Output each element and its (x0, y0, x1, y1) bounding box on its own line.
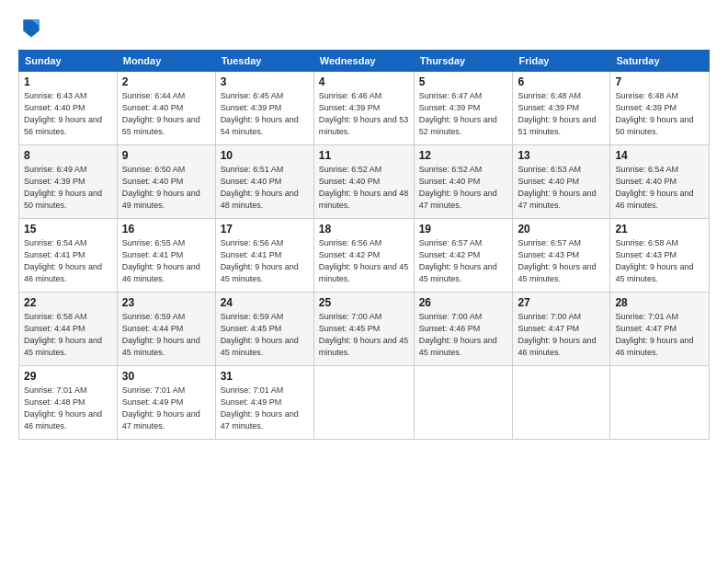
day-number: 17 (221, 223, 309, 236)
calendar-cell-4: 4Sunrise: 6:46 AMSunset: 4:39 PMDaylight… (313, 72, 414, 145)
calendar-cell-14: 14Sunrise: 6:54 AMSunset: 4:40 PMDayligh… (610, 145, 710, 219)
calendar-cell-9: 9Sunrise: 6:50 AMSunset: 4:40 PMDaylight… (117, 145, 215, 219)
day-info: Sunrise: 6:48 AMSunset: 4:39 PMDaylight:… (615, 90, 704, 138)
day-info: Sunrise: 6:48 AMSunset: 4:39 PMDaylight:… (518, 90, 605, 138)
day-number: 26 (419, 296, 508, 309)
calendar-cell-7: 7Sunrise: 6:48 AMSunset: 4:39 PMDaylight… (610, 72, 710, 145)
empty-cell (414, 366, 513, 440)
day-number: 11 (319, 149, 409, 162)
day-info: Sunrise: 6:45 AMSunset: 4:39 PMDaylight:… (221, 90, 309, 138)
calendar-header-row: SundayMondayTuesdayWednesdayThursdayFrid… (19, 51, 710, 72)
calendar-cell-8: 8Sunrise: 6:49 AMSunset: 4:39 PMDaylight… (19, 145, 118, 219)
day-info: Sunrise: 7:01 AMSunset: 4:49 PMDaylight:… (221, 385, 309, 432)
day-number: 24 (221, 296, 309, 309)
day-number: 31 (221, 370, 309, 383)
weekday-header-saturday: Saturday (610, 51, 710, 72)
empty-cell (313, 366, 414, 440)
day-info: Sunrise: 6:57 AMSunset: 4:42 PMDaylight:… (419, 237, 508, 285)
day-number: 10 (221, 149, 309, 162)
calendar-cell-13: 13Sunrise: 6:53 AMSunset: 4:40 PMDayligh… (513, 145, 610, 219)
calendar-week-5: 29Sunrise: 7:01 AMSunset: 4:48 PMDayligh… (19, 366, 710, 440)
day-info: Sunrise: 6:59 AMSunset: 4:45 PMDaylight:… (221, 311, 309, 359)
day-info: Sunrise: 6:50 AMSunset: 4:40 PMDaylight:… (122, 164, 210, 212)
day-info: Sunrise: 6:54 AMSunset: 4:40 PMDaylight:… (615, 164, 704, 212)
day-number: 16 (122, 223, 210, 236)
page: SundayMondayTuesdayWednesdayThursdayFrid… (0, 0, 728, 563)
calendar-cell-22: 22Sunrise: 6:58 AMSunset: 4:44 PMDayligh… (19, 293, 118, 366)
day-info: Sunrise: 6:47 AMSunset: 4:39 PMDaylight:… (419, 90, 508, 138)
calendar-cell-20: 20Sunrise: 6:57 AMSunset: 4:43 PMDayligh… (513, 219, 610, 293)
day-info: Sunrise: 6:57 AMSunset: 4:43 PMDaylight:… (518, 237, 605, 285)
calendar-cell-2: 2Sunrise: 6:44 AMSunset: 4:40 PMDaylight… (117, 72, 215, 145)
day-number: 2 (122, 75, 210, 88)
day-number: 21 (615, 223, 704, 236)
day-number: 9 (122, 149, 210, 162)
day-number: 8 (24, 149, 112, 162)
calendar-cell-3: 3Sunrise: 6:45 AMSunset: 4:39 PMDaylight… (215, 72, 313, 145)
day-info: Sunrise: 7:00 AMSunset: 4:46 PMDaylight:… (419, 311, 508, 359)
calendar-cell-19: 19Sunrise: 6:57 AMSunset: 4:42 PMDayligh… (414, 219, 513, 293)
day-number: 23 (122, 296, 210, 309)
calendar-cell-31: 31Sunrise: 7:01 AMSunset: 4:49 PMDayligh… (215, 366, 313, 440)
day-number: 3 (221, 75, 309, 88)
weekday-header-tuesday: Tuesday (215, 51, 313, 72)
day-number: 6 (518, 75, 605, 88)
weekday-header-monday: Monday (117, 51, 215, 72)
weekday-header-wednesday: Wednesday (313, 51, 414, 72)
empty-cell (610, 366, 710, 440)
day-number: 25 (319, 296, 409, 309)
day-number: 22 (24, 296, 112, 309)
day-info: Sunrise: 7:00 AMSunset: 4:47 PMDaylight:… (518, 311, 605, 359)
calendar-cell-18: 18Sunrise: 6:56 AMSunset: 4:42 PMDayligh… (313, 219, 414, 293)
weekday-header-sunday: Sunday (19, 51, 118, 72)
calendar-week-2: 8Sunrise: 6:49 AMSunset: 4:39 PMDaylight… (19, 145, 710, 219)
calendar-table: SundayMondayTuesdayWednesdayThursdayFrid… (18, 50, 710, 440)
day-number: 28 (615, 296, 704, 309)
weekday-header-friday: Friday (513, 51, 610, 72)
day-number: 30 (122, 370, 210, 383)
calendar-week-1: 1Sunrise: 6:43 AMSunset: 4:40 PMDaylight… (19, 72, 710, 145)
logo (18, 15, 48, 40)
day-info: Sunrise: 6:43 AMSunset: 4:40 PMDaylight:… (24, 90, 112, 138)
calendar-cell-21: 21Sunrise: 6:58 AMSunset: 4:43 PMDayligh… (610, 219, 710, 293)
day-info: Sunrise: 6:56 AMSunset: 4:42 PMDaylight:… (319, 237, 409, 285)
calendar-cell-6: 6Sunrise: 6:48 AMSunset: 4:39 PMDaylight… (513, 72, 610, 145)
day-info: Sunrise: 7:00 AMSunset: 4:45 PMDaylight:… (319, 311, 409, 359)
calendar-week-4: 22Sunrise: 6:58 AMSunset: 4:44 PMDayligh… (19, 293, 710, 366)
day-info: Sunrise: 7:01 AMSunset: 4:49 PMDaylight:… (122, 385, 210, 432)
day-number: 4 (319, 75, 409, 88)
day-info: Sunrise: 6:55 AMSunset: 4:41 PMDaylight:… (122, 237, 210, 285)
empty-cell (513, 366, 610, 440)
calendar-cell-15: 15Sunrise: 6:54 AMSunset: 4:41 PMDayligh… (19, 219, 118, 293)
calendar-cell-12: 12Sunrise: 6:52 AMSunset: 4:40 PMDayligh… (414, 145, 513, 219)
logo-icon (18, 15, 44, 40)
calendar-cell-5: 5Sunrise: 6:47 AMSunset: 4:39 PMDaylight… (414, 72, 513, 145)
day-info: Sunrise: 6:59 AMSunset: 4:44 PMDaylight:… (122, 311, 210, 359)
calendar-cell-27: 27Sunrise: 7:00 AMSunset: 4:47 PMDayligh… (513, 293, 610, 366)
day-info: Sunrise: 6:58 AMSunset: 4:43 PMDaylight:… (615, 237, 704, 285)
day-info: Sunrise: 6:44 AMSunset: 4:40 PMDaylight:… (122, 90, 210, 138)
calendar-cell-29: 29Sunrise: 7:01 AMSunset: 4:48 PMDayligh… (19, 366, 118, 440)
day-number: 7 (615, 75, 704, 88)
day-info: Sunrise: 6:54 AMSunset: 4:41 PMDaylight:… (24, 237, 112, 285)
calendar-cell-17: 17Sunrise: 6:56 AMSunset: 4:41 PMDayligh… (215, 219, 313, 293)
day-number: 1 (24, 75, 112, 88)
day-info: Sunrise: 7:01 AMSunset: 4:48 PMDaylight:… (24, 385, 112, 432)
day-number: 5 (419, 75, 508, 88)
header (18, 15, 710, 40)
day-info: Sunrise: 6:52 AMSunset: 4:40 PMDaylight:… (319, 164, 409, 212)
calendar-week-3: 15Sunrise: 6:54 AMSunset: 4:41 PMDayligh… (19, 219, 710, 293)
day-info: Sunrise: 6:49 AMSunset: 4:39 PMDaylight:… (24, 164, 112, 212)
day-info: Sunrise: 6:58 AMSunset: 4:44 PMDaylight:… (24, 311, 112, 359)
day-info: Sunrise: 7:01 AMSunset: 4:47 PMDaylight:… (615, 311, 704, 359)
calendar-cell-30: 30Sunrise: 7:01 AMSunset: 4:49 PMDayligh… (117, 366, 215, 440)
calendar-cell-24: 24Sunrise: 6:59 AMSunset: 4:45 PMDayligh… (215, 293, 313, 366)
calendar-cell-11: 11Sunrise: 6:52 AMSunset: 4:40 PMDayligh… (313, 145, 414, 219)
day-info: Sunrise: 6:56 AMSunset: 4:41 PMDaylight:… (221, 237, 309, 285)
day-number: 18 (319, 223, 409, 236)
day-number: 13 (518, 149, 605, 162)
day-number: 12 (419, 149, 508, 162)
day-number: 15 (24, 223, 112, 236)
weekday-header-thursday: Thursday (414, 51, 513, 72)
calendar-cell-25: 25Sunrise: 7:00 AMSunset: 4:45 PMDayligh… (313, 293, 414, 366)
